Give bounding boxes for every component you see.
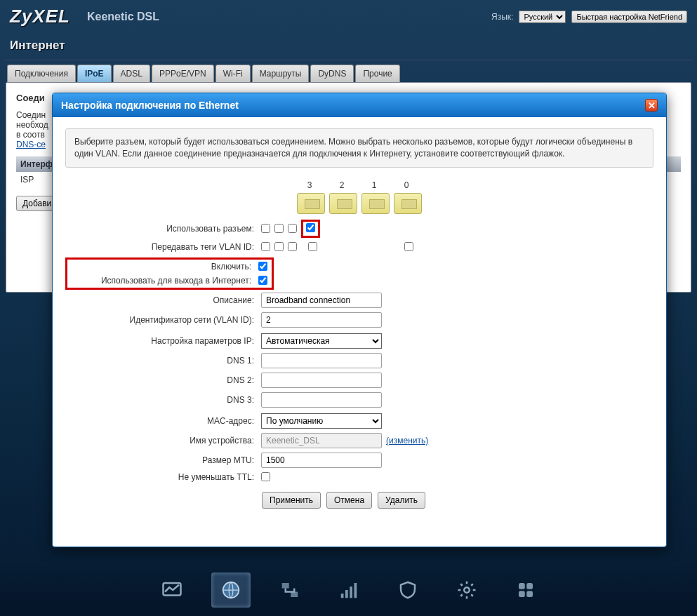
svg-rect-12	[526, 591, 533, 597]
dock-settings[interactable]	[447, 573, 486, 608]
use-port-3-checkbox[interactable]	[261, 224, 270, 233]
description-input[interactable]	[261, 293, 382, 308]
enable-checkbox[interactable]	[258, 262, 267, 271]
dock-firewall[interactable]	[388, 573, 427, 608]
vlan-tag-3-checkbox[interactable]	[261, 242, 270, 251]
change-device-name-link[interactable]: (изменить)	[386, 436, 428, 446]
ports-diagram: 3 2 1 0	[65, 180, 653, 214]
ttl-checkbox[interactable]	[261, 472, 270, 481]
ip-config-select[interactable]: Автоматическая	[261, 333, 382, 349]
use-port-2-checkbox[interactable]	[274, 224, 284, 233]
dock-monitor[interactable]	[152, 573, 192, 608]
label-ip-config: Настройка параметров IP:	[65, 336, 258, 346]
svg-rect-10	[526, 583, 533, 589]
port-label-2: 2	[333, 180, 350, 190]
use-port-1-checkbox[interactable]	[288, 224, 297, 233]
apps-icon	[514, 580, 538, 601]
mtu-input[interactable]	[261, 453, 382, 468]
ethernet-modal: Настройка подключения по Ethernet ✕ Выбе…	[52, 93, 667, 547]
svg-rect-4	[340, 594, 343, 598]
shield-icon	[396, 580, 420, 601]
port-label-0: 0	[398, 180, 415, 190]
label-device-name: Имя устройства:	[65, 436, 258, 446]
modal-overlay: Настройка подключения по Ethernet ✕ Выбе…	[0, 0, 697, 616]
svg-rect-6	[350, 587, 352, 598]
dock-lan[interactable]	[270, 573, 310, 608]
svg-rect-9	[519, 583, 525, 589]
signal-icon	[337, 580, 361, 601]
label-dns3: DNS 3:	[65, 395, 258, 405]
label-description: Описание:	[65, 295, 258, 305]
modal-buttons: Применить Отмена Удалить	[65, 492, 653, 509]
ethernet-port-icon	[361, 193, 390, 214]
label-dns2: DNS 2:	[65, 375, 258, 385]
dock-internet[interactable]	[211, 573, 251, 608]
highlight-port0	[301, 220, 320, 238]
label-ttl: Не уменьшать TTL:	[65, 472, 258, 482]
vlan-tag-1-checkbox[interactable]	[288, 242, 297, 251]
highlight-enable-block: Включить: Использовать для выхода в Инте…	[65, 257, 274, 290]
dock-apps[interactable]	[506, 573, 545, 608]
label-dns1: DNS 1:	[65, 356, 258, 366]
label-use-internet: Использовать для выхода в Интернет:	[70, 276, 255, 286]
modal-body: Выберите разъем, который будет использов…	[53, 117, 666, 547]
label-mtu: Размер MTU:	[65, 455, 258, 465]
delete-button[interactable]: Удалить	[378, 492, 425, 509]
bottom-dock	[0, 564, 697, 616]
dns1-input[interactable]	[261, 353, 382, 368]
ethernet-port-icon	[329, 193, 357, 214]
label-vlan-id: Идентификатор сети (VLAN ID):	[65, 315, 258, 325]
label-use-port: Использовать разъем:	[65, 224, 258, 234]
port-label-3: 3	[301, 180, 318, 190]
svg-point-8	[464, 587, 470, 593]
ethernet-port-icon	[297, 193, 325, 214]
close-icon[interactable]: ✕	[645, 99, 658, 112]
dns3-input[interactable]	[261, 392, 382, 408]
label-mac: MAC-адрес:	[65, 416, 258, 426]
label-vlan-tags: Передавать теги VLAN ID:	[65, 242, 258, 252]
network-icon	[278, 580, 302, 601]
label-enable: Включить:	[70, 262, 255, 272]
ethernet-port-icon	[394, 193, 422, 214]
monitor-icon	[160, 580, 184, 601]
vlan-tag-2-checkbox[interactable]	[274, 242, 284, 251]
svg-rect-2	[281, 583, 288, 589]
dock-wifi[interactable]	[329, 573, 369, 608]
modal-title: Настройка подключения по Ethernet	[61, 100, 239, 111]
use-port-0-checkbox[interactable]	[306, 223, 315, 232]
port-label-1: 1	[366, 180, 383, 190]
svg-rect-5	[345, 590, 348, 598]
dns2-input[interactable]	[261, 373, 382, 388]
use-internet-checkbox[interactable]	[258, 276, 267, 285]
modal-header: Настройка подключения по Ethernet ✕	[53, 93, 666, 117]
gear-icon	[455, 580, 479, 601]
cancel-button[interactable]: Отмена	[326, 492, 372, 509]
apply-button[interactable]: Применить	[262, 492, 321, 509]
device-name-input	[261, 433, 382, 448]
mac-select[interactable]: По умолчанию	[261, 413, 382, 429]
vlan-tag-extra-checkbox[interactable]	[404, 242, 413, 251]
help-text: Выберите разъем, который будет использов…	[65, 128, 653, 168]
globe-icon	[219, 580, 243, 601]
svg-rect-7	[354, 583, 357, 598]
vlan-id-input[interactable]	[261, 312, 382, 328]
vlan-tag-0-checkbox[interactable]	[308, 242, 317, 251]
svg-rect-11	[519, 591, 525, 597]
